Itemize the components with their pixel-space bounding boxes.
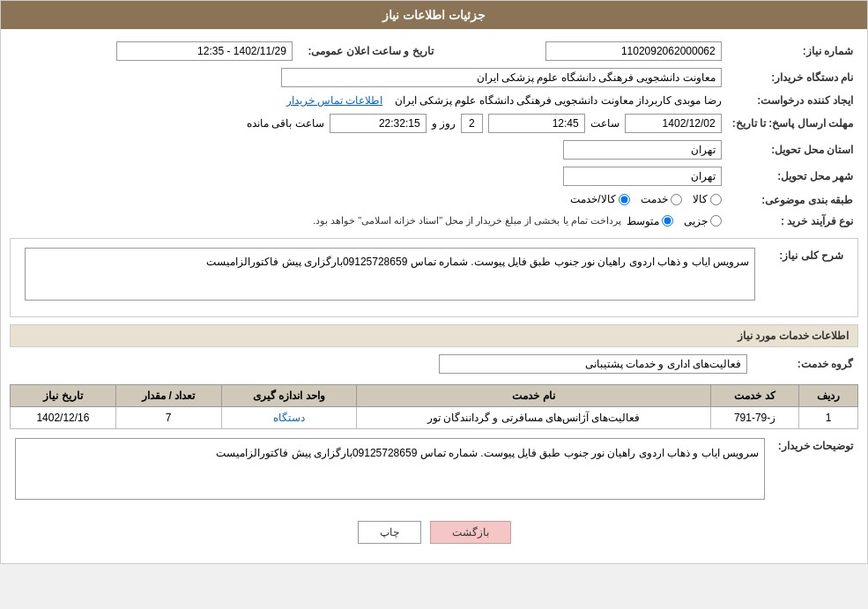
info-table: شماره نیاز: 1102092062000062 تاریخ و ساع… (10, 38, 858, 231)
services-table: ردیف کد خدمت نام خدمت واحد اندازه گیری ت… (10, 384, 858, 429)
purchase-type-row: نوع فرآیند خرید : جزیی متوسط (10, 212, 858, 231)
need-number-label: شماره نیاز: (727, 38, 858, 64)
province-row: استان محل تحویل: تهران (10, 137, 858, 163)
back-button[interactable]: بازگشت (430, 521, 511, 544)
buyer-desc-table: توضیحات خریدار: سرویس ایاب و ذهاب اردوی … (10, 434, 858, 503)
need-number-value: 1102092062000062 (439, 38, 727, 64)
org-value: معاونت دانشجویی فرهنگی دانشگاه علوم پزشک… (10, 64, 727, 91)
category-radio-khedmat[interactable] (671, 194, 682, 205)
deadline-label: مهلت ارسال پاسخ: تا تاریخ: (727, 110, 858, 137)
city-row: شهر محل تحویل: تهران (10, 163, 858, 189)
purchase-label-mota: متوسط (627, 215, 659, 227)
description-group: شرح کلی نیاز: سرویس ایاب و ذهاب اردوی را… (10, 238, 858, 317)
group-box: فعالیت‌های اداری و خدمات پشتیبانی (439, 354, 747, 374)
page-header: جزئیات اطلاعات نیاز (1, 1, 867, 29)
page-title: جزئیات اطلاعات نیاز (382, 8, 486, 22)
purchase-type-options: جزیی متوسط پرداخت تمام یا بخشی از مبلغ خ… (10, 212, 727, 231)
need-number-row: شماره نیاز: 1102092062000062 تاریخ و ساع… (10, 38, 858, 64)
category-radio-group: کالا خدمت کالا/خدمت (570, 193, 721, 205)
remaining-label: ساعت باقی مانده (247, 117, 324, 130)
buyer-desc-box: سرویس ایاب و ذهاب اردوی راهیان نور جنوب … (15, 438, 765, 500)
contact-link[interactable]: اطلاعات تماس خریدار (286, 94, 383, 107)
page-wrapper: جزئیات اطلاعات نیاز شماره نیاز: 11020920… (0, 0, 868, 564)
col-header-row: ردیف (799, 384, 858, 406)
creator-value: رضا موبدی کاربرداز معاونت دانشجویی فرهنگ… (10, 91, 727, 110)
buyer-desc-label: توضیحات خریدار: (770, 434, 858, 503)
purchase-radio-mota[interactable] (662, 215, 673, 227)
creator-label: ایجاد کننده درخواست: (727, 91, 858, 110)
content-area: شماره نیاز: 1102092062000062 تاریخ و ساع… (1, 29, 867, 563)
group-table: گروه خدمت: فعالیت‌های اداری و خدمات پشتی… (10, 351, 858, 377)
category-label-khedmat: خدمت (641, 193, 668, 205)
org-box: معاونت دانشجویی فرهنگی دانشگاه علوم پزشک… (281, 68, 722, 87)
org-row: نام دستگاه خریدار: معاونت دانشجویی فرهنگ… (10, 64, 858, 91)
city-value: تهران (10, 163, 727, 189)
creator-text: رضا موبدی کاربرداز معاونت دانشجویی فرهنگ… (395, 94, 722, 107)
province-label: استان محل تحویل: (727, 137, 858, 163)
cell-name-0: فعالیت‌های آژانس‌های مسافرتی و گردانندگا… (356, 406, 710, 428)
category-radio-kala[interactable] (710, 194, 722, 205)
time-label: ساعت (590, 117, 619, 130)
purchase-radio-group: جزیی متوسط (627, 215, 722, 227)
description-box: سرویس ایاب و ذهاب اردوی راهیان نور جنوب … (25, 248, 755, 301)
description-row: شرح کلی نیاز: سرویس ایاب و ذهاب اردوی را… (19, 244, 849, 304)
cell-code-0: ز-79-791 (711, 406, 799, 428)
announcement-date-label: تاریخ و ساعت اعلان عمومی: (298, 38, 439, 64)
button-area: بازگشت چاپ (10, 510, 858, 554)
purchase-note: پرداخت تمام یا بخشی از مبلغ خریدار از مح… (313, 215, 621, 227)
services-header: اطلاعات خدمات مورد نیاز (10, 324, 858, 347)
col-header-name: نام خدمت (356, 384, 710, 406)
purchase-radio-jozi[interactable] (710, 215, 722, 227)
print-button[interactable]: چاپ (358, 521, 421, 544)
cell-unit-0: دستگاه (221, 406, 356, 428)
group-label: گروه خدمت: (753, 351, 858, 377)
announcement-date-box: 1402/11/29 - 12:35 (116, 41, 293, 61)
category-label-kala: کالا (693, 193, 708, 205)
send-date-box: 1402/12/02 (625, 114, 722, 133)
announcement-date-value: 1402/11/29 - 12:35 (10, 38, 298, 64)
group-row: گروه خدمت: فعالیت‌های اداری و خدمات پشتی… (10, 351, 858, 377)
buyer-desc-value: سرویس ایاب و ذهاب اردوی راهیان نور جنوب … (10, 434, 770, 503)
services-table-header-row: ردیف کد خدمت نام خدمت واحد اندازه گیری ت… (11, 384, 858, 406)
buyer-desc-row: توضیحات خریدار: سرویس ایاب و ذهاب اردوی … (10, 434, 858, 503)
purchase-option-mota[interactable]: متوسط (627, 215, 673, 227)
category-label: طبقه بندی موضوعی: (727, 189, 858, 212)
days-value-box: 2 (461, 114, 483, 133)
category-label-both: کالا/خدمت (570, 193, 615, 205)
org-label: نام دستگاه خریدار: (727, 64, 858, 91)
deadline-row: مهلت ارسال پاسخ: تا تاریخ: 1402/12/02 سا… (10, 110, 858, 137)
category-options: کالا خدمت کالا/خدمت (10, 189, 727, 212)
group-value: فعالیت‌های اداری و خدمات پشتیبانی (10, 351, 753, 377)
description-table: شرح کلی نیاز: سرویس ایاب و ذهاب اردوی را… (19, 244, 849, 304)
need-number-box: 1102092062000062 (545, 41, 722, 61)
province-value: تهران (10, 137, 727, 163)
deadline-value: 1402/12/02 ساعت 12:45 2 روز و 22:32:15 س… (10, 110, 727, 137)
purchase-label-jozi: جزیی (684, 215, 708, 227)
province-box: تهران (563, 140, 722, 160)
category-row: طبقه بندی موضوعی: کالا خدمت (10, 189, 858, 212)
table-row: 1 ز-79-791 فعالیت‌های آژانس‌های مسافرتی … (11, 406, 858, 428)
description-label: شرح کلی نیاز: (760, 244, 849, 304)
remaining-box: 22:32:15 (330, 114, 427, 133)
buyer-desc-text: سرویس ایاب و ذهاب اردوی راهیان نور جنوب … (216, 447, 759, 459)
purchase-option-jozi[interactable]: جزیی (684, 215, 722, 227)
col-header-qty: تعداد / مقدار (115, 384, 221, 406)
city-box: تهران (563, 167, 722, 186)
category-option-2[interactable]: خدمت (641, 193, 682, 205)
cell-date-0: 1402/12/16 (11, 406, 116, 428)
col-header-unit: واحد اندازه گیری (221, 384, 356, 406)
category-option-3[interactable]: کالا/خدمت (570, 193, 629, 205)
creator-row: ایجاد کننده درخواست: رضا موبدی کاربرداز … (10, 91, 858, 110)
col-header-date: تاریخ نیاز (11, 384, 116, 406)
description-value: سرویس ایاب و ذهاب اردوی راهیان نور جنوب … (19, 244, 760, 304)
days-label: روز و (432, 117, 456, 130)
cell-qty-0: 7 (115, 406, 221, 428)
category-option-1[interactable]: کالا (693, 193, 722, 205)
category-radio-both[interactable] (619, 194, 630, 205)
city-label: شهر محل تحویل: (727, 163, 858, 189)
send-time-box: 12:45 (488, 114, 585, 133)
purchase-type-label: نوع فرآیند خرید : (727, 212, 858, 231)
col-header-code: کد خدمت (711, 384, 799, 406)
cell-row-0: 1 (799, 406, 858, 428)
